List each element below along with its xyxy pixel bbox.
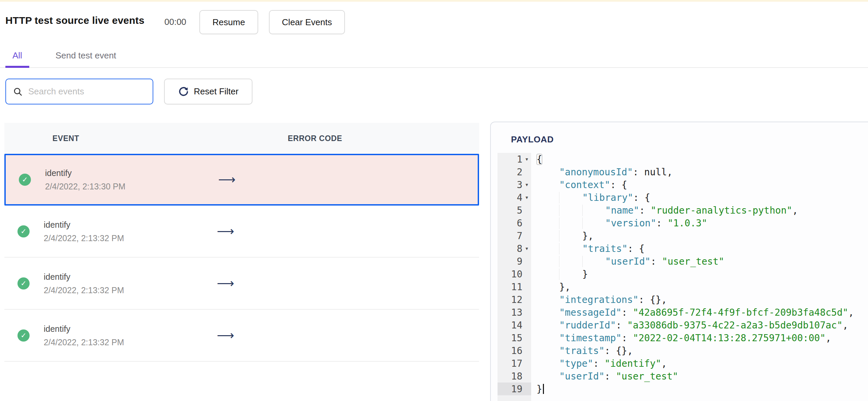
fold-spacer — [522, 382, 531, 395]
fold-spacer — [522, 293, 531, 306]
line-number-gutter: 13 — [498, 306, 531, 319]
code-text: "context": { — [531, 178, 627, 191]
line-number-gutter: 17 — [498, 357, 531, 370]
column-header-error-code: ERROR CODE — [288, 134, 342, 143]
code-line[interactable]: 6 "version": "1.0.3" — [498, 216, 868, 229]
page-title: HTTP test source live events — [5, 15, 145, 26]
code-text: "traits": { — [531, 242, 645, 255]
refresh-icon — [178, 86, 189, 97]
line-number: 2 — [517, 167, 522, 178]
event-meta: identify 2/4/2022, 2:13:32 PM — [44, 272, 124, 295]
code-text: }, — [531, 229, 594, 242]
line-number: 13 — [511, 307, 522, 318]
code-line[interactable]: 18 "userId": "user_test" — [498, 370, 868, 382]
line-number: 11 — [511, 281, 522, 293]
line-number: 17 — [511, 358, 522, 369]
line-number: 1 — [517, 154, 522, 165]
event-name: identify — [44, 220, 124, 229]
code-text: }, — [531, 280, 570, 293]
code-text: "integrations": {}, — [531, 293, 667, 306]
code-line[interactable]: 17 "type": "identify", — [498, 357, 868, 370]
code-line[interactable]: 1▾{ — [498, 153, 868, 166]
event-timestamp: 2/4/2022, 2:13:32 PM — [44, 233, 124, 243]
timer: 00:00 — [164, 17, 186, 27]
line-number-gutter: 12 — [498, 293, 531, 306]
code-text: "version": "1.0.3" — [531, 216, 707, 229]
code-line[interactable]: 8▾ "traits": { — [498, 242, 868, 255]
success-check-icon: ✓ — [19, 174, 31, 186]
fold-spacer — [522, 216, 531, 229]
event-meta: identify 2/4/2022, 2:13:30 PM — [45, 168, 125, 192]
event-row[interactable]: ✓ identify 2/4/2022, 2:13:32 PM ⟶ — [4, 205, 479, 258]
line-number: 12 — [511, 294, 522, 305]
fold-spacer — [522, 357, 531, 370]
search-input[interactable] — [28, 86, 143, 97]
line-number-gutter: 11 — [498, 280, 531, 293]
payload-editor[interactable]: 1▾{2 "anonymousId": null,3▾ "context": {… — [491, 153, 868, 401]
line-number-gutter: 19 — [498, 382, 531, 395]
code-line[interactable]: 3▾ "context": { — [498, 178, 868, 191]
fold-spacer — [522, 280, 531, 293]
arrow-right-icon: ⟶ — [217, 224, 234, 238]
reset-filter-label: Reset Filter — [194, 86, 239, 97]
code-line[interactable]: 9 "userId": "user_test" — [498, 255, 868, 268]
code-line[interactable]: 16 "traits": {}, — [498, 344, 868, 357]
code-line[interactable]: 2 "anonymousId": null, — [498, 166, 868, 178]
line-number-gutter: 10 — [498, 268, 531, 280]
code-line[interactable]: 12 "integrations": {}, — [498, 293, 868, 306]
code-text: "traits": {}, — [531, 344, 633, 357]
code-line[interactable]: 5 "name": "rudder-analytics-python", — [498, 204, 868, 216]
line-number: 6 — [517, 218, 522, 229]
line-number: 9 — [517, 256, 522, 267]
code-line[interactable]: 10 } — [498, 268, 868, 280]
code-text: "anonymousId": null, — [531, 166, 673, 178]
event-row[interactable]: ✓ identify 2/4/2022, 2:13:30 PM ⟶ — [4, 154, 479, 205]
clear-events-button[interactable]: Clear Events — [269, 10, 345, 34]
fold-toggle-icon[interactable]: ▾ — [522, 191, 531, 204]
event-row[interactable]: ✓ identify 2/4/2022, 2:13:32 PM ⟶ — [4, 258, 479, 310]
fold-spacer — [522, 306, 531, 319]
code-text: { — [531, 153, 542, 166]
fold-toggle-icon[interactable]: ▾ — [522, 153, 531, 166]
code-line[interactable]: 11 }, — [498, 280, 868, 293]
event-meta: identify 2/4/2022, 2:13:32 PM — [44, 220, 124, 243]
event-name: identify — [44, 324, 124, 334]
code-line[interactable]: 7 }, — [498, 229, 868, 242]
event-row[interactable]: ✓ identify 2/4/2022, 2:13:32 PM ⟶ — [4, 310, 479, 362]
payload-panel: PAYLOAD 1▾{2 "anonymousId": null,3▾ "con… — [490, 122, 868, 401]
code-line[interactable]: 13 "messageId": "42a8695f-72f4-4f9f-bfcf… — [498, 306, 868, 319]
event-meta: identify 2/4/2022, 2:13:32 PM — [44, 324, 124, 347]
line-number-gutter: 8▾ — [498, 242, 531, 255]
code-line[interactable]: 15 "timestamp": "2022-02-04T14:13:28.275… — [498, 332, 868, 344]
fold-spacer — [522, 268, 531, 280]
line-number: 7 — [517, 230, 522, 241]
fold-spacer — [522, 204, 531, 216]
resume-button[interactable]: Resume — [199, 10, 258, 34]
events-table: EVENT ERROR CODE ✓ identify 2/4/2022, 2:… — [4, 123, 479, 362]
line-number-gutter: 9 — [498, 255, 531, 268]
reset-filter-button[interactable]: Reset Filter — [164, 78, 252, 104]
column-header-event: EVENT — [53, 134, 79, 143]
fold-toggle-icon[interactable]: ▾ — [522, 178, 531, 191]
code-line[interactable]: 4▾ "library": { — [498, 191, 868, 204]
code-text: } — [531, 382, 544, 395]
line-number-gutter: 4▾ — [498, 191, 531, 204]
search-events-box — [5, 78, 153, 104]
line-number: 18 — [511, 371, 522, 382]
line-number-gutter: 5 — [498, 204, 531, 216]
arrow-right-icon: ⟶ — [217, 276, 234, 290]
line-number-gutter: 3▾ — [498, 178, 531, 191]
fold-toggle-icon[interactable]: ▾ — [522, 242, 531, 255]
tab-all[interactable]: All — [5, 47, 29, 68]
success-check-icon: ✓ — [18, 277, 30, 290]
code-line[interactable]: 14 "rudderId": "a33086db-9375-4c22-a2a3-… — [498, 319, 868, 332]
events-table-header: EVENT ERROR CODE — [4, 123, 479, 154]
code-line[interactable]: 19} — [498, 382, 868, 395]
tab-send-test-event[interactable]: Send test event — [49, 47, 123, 68]
search-icon — [13, 87, 23, 97]
code-text: "library": { — [531, 191, 650, 204]
code-text: "name": "rudder-analytics-python", — [531, 204, 798, 216]
code-text: "userId": "user_test" — [531, 370, 678, 382]
code-text: "type": "identify", — [531, 357, 667, 370]
fold-spacer — [522, 319, 531, 332]
